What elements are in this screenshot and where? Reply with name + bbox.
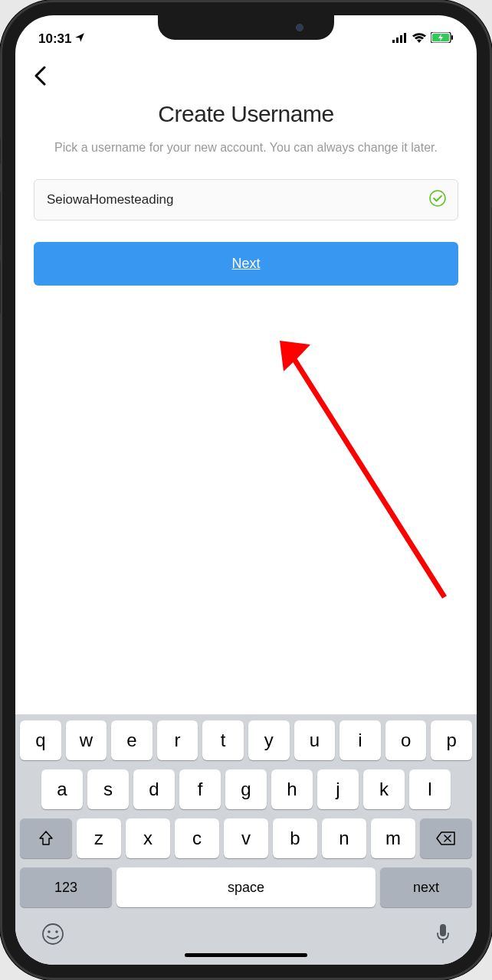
keyboard-row-4: 123 space next — [18, 867, 474, 907]
svg-rect-12 — [440, 924, 446, 936]
key-x[interactable]: x — [126, 818, 170, 858]
page-subtitle: Pick a username for your new account. Yo… — [34, 139, 458, 156]
checkmark-circle-icon — [429, 190, 446, 210]
shift-key[interactable] — [20, 818, 72, 858]
username-input[interactable] — [34, 179, 458, 220]
svg-point-7 — [430, 191, 445, 206]
svg-rect-2 — [400, 35, 402, 43]
keyboard-action-key[interactable]: next — [380, 867, 472, 907]
keyboard-row-1: q w e r t y u i o p — [18, 720, 474, 760]
key-g[interactable]: g — [225, 769, 267, 809]
key-s[interactable]: s — [87, 769, 129, 809]
status-time: 10:31 — [38, 31, 71, 47]
keyboard-row-3: z x c v b n m — [18, 818, 474, 858]
backspace-key[interactable] — [420, 818, 472, 858]
svg-point-11 — [55, 930, 58, 933]
key-f[interactable]: f — [179, 769, 221, 809]
key-q[interactable]: q — [20, 720, 61, 760]
key-b[interactable]: b — [273, 818, 317, 858]
battery-charging-icon — [431, 31, 454, 47]
back-button[interactable] — [34, 75, 46, 88]
location-arrow-icon — [74, 31, 85, 47]
svg-rect-6 — [451, 35, 453, 40]
key-v[interactable]: v — [224, 818, 268, 858]
key-j[interactable]: j — [317, 769, 359, 809]
page-title: Create Username — [34, 101, 458, 127]
dictation-key[interactable] — [435, 923, 451, 951]
annotation-arrow-icon — [268, 329, 467, 620]
numeric-key[interactable]: 123 — [20, 867, 112, 907]
cellular-signal-icon — [392, 31, 408, 47]
emoji-key[interactable] — [41, 923, 64, 951]
key-k[interactable]: k — [363, 769, 405, 809]
key-i[interactable]: i — [339, 720, 381, 760]
key-y[interactable]: y — [248, 720, 290, 760]
key-e[interactable]: e — [111, 720, 153, 760]
key-w[interactable]: w — [66, 720, 107, 760]
svg-line-8 — [287, 348, 444, 597]
key-p[interactable]: p — [431, 720, 472, 760]
svg-rect-3 — [404, 33, 406, 43]
key-h[interactable]: h — [271, 769, 313, 809]
wifi-icon — [412, 31, 426, 47]
key-l[interactable]: l — [409, 769, 451, 809]
key-n[interactable]: n — [322, 818, 366, 858]
key-r[interactable]: r — [157, 720, 198, 760]
key-t[interactable]: t — [202, 720, 244, 760]
key-c[interactable]: c — [175, 818, 219, 858]
keyboard: q w e r t y u i o p a s d f g h j k l — [15, 714, 477, 965]
key-z[interactable]: z — [77, 818, 121, 858]
svg-point-9 — [43, 924, 63, 944]
svg-rect-0 — [392, 40, 395, 43]
key-u[interactable]: u — [294, 720, 336, 760]
svg-rect-1 — [396, 38, 399, 43]
key-o[interactable]: o — [385, 720, 427, 760]
key-a[interactable]: a — [41, 769, 83, 809]
notch — [158, 15, 334, 40]
home-indicator[interactable] — [185, 953, 307, 957]
space-key[interactable]: space — [116, 867, 376, 907]
keyboard-row-2: a s d f g h j k l — [18, 769, 474, 809]
svg-point-10 — [48, 930, 51, 933]
key-d[interactable]: d — [133, 769, 175, 809]
key-m[interactable]: m — [371, 818, 415, 858]
next-button[interactable]: Next — [34, 242, 458, 286]
